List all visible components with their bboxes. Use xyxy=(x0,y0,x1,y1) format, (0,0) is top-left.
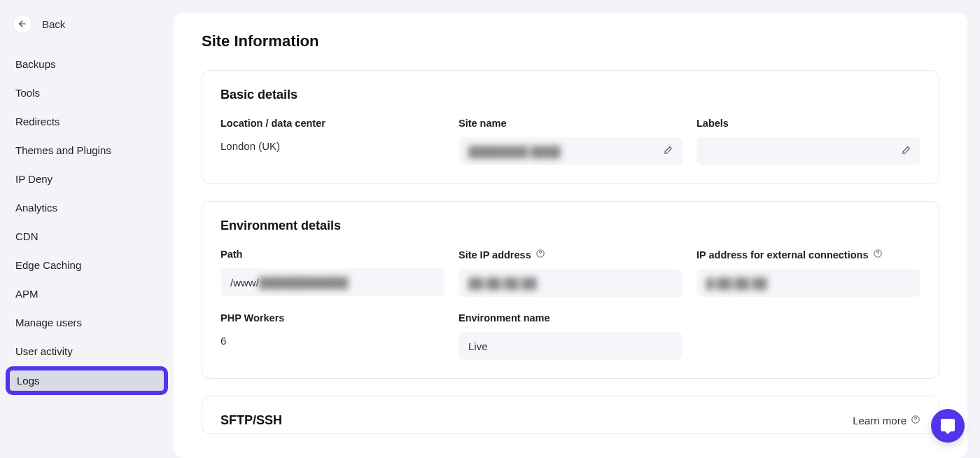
site-name-value: ████████ ████ xyxy=(468,146,561,158)
location-value: London (UK) xyxy=(220,137,444,152)
env-name-label: Environment name xyxy=(458,312,682,324)
sidebar-item-redirects[interactable]: Redirects xyxy=(8,108,165,135)
svg-point-4 xyxy=(877,256,878,256)
sidebar: Back Backups Tools Redirects Themes and … xyxy=(0,0,174,458)
page-title: Site Information xyxy=(202,32,939,50)
sidebar-item-backups[interactable]: Backups xyxy=(8,50,165,78)
env-name-value: Live xyxy=(468,340,488,352)
path-label: Path xyxy=(220,249,444,260)
site-ip-label: Site IP address xyxy=(458,249,682,261)
site-name-input[interactable]: ████████ ████ xyxy=(458,137,682,165)
svg-point-2 xyxy=(540,256,540,256)
pencil-icon[interactable] xyxy=(901,146,911,158)
path-field: Path /www/████████████ xyxy=(220,249,444,297)
ext-ip-value: █.██.██.██ xyxy=(706,277,767,289)
sidebar-item-tools[interactable]: Tools xyxy=(8,79,165,106)
site-ip-value: ██.██.██.██ xyxy=(468,277,537,289)
arrow-left-icon xyxy=(18,19,27,29)
basic-details-card: Basic details Location / data center Lon… xyxy=(202,70,939,184)
learn-more-link[interactable]: Learn more xyxy=(853,415,920,426)
ext-ip-field: IP address for external connections █.██… xyxy=(696,249,920,297)
chat-icon xyxy=(939,417,956,434)
php-workers-value: 6 xyxy=(220,332,444,347)
chat-button[interactable] xyxy=(931,409,965,443)
sftp-ssh-card: SFTP/SSH Learn more xyxy=(202,396,939,434)
environment-details-card: Environment details Path /www/██████████… xyxy=(202,201,939,379)
sftp-ssh-heading: SFTP/SSH xyxy=(220,413,282,428)
main-content: Site Information Basic details Location … xyxy=(174,13,967,458)
back-button[interactable] xyxy=(13,14,32,34)
labels-label: Labels xyxy=(696,118,920,129)
sidebar-item-themes-plugins[interactable]: Themes and Plugins xyxy=(8,137,165,164)
location-field: Location / data center London (UK) xyxy=(220,118,444,165)
labels-field: Labels xyxy=(696,118,920,165)
sidebar-item-cdn[interactable]: CDN xyxy=(8,223,165,250)
back-row: Back xyxy=(6,8,168,50)
site-ip-field: Site IP address ██.██.██.██ xyxy=(458,249,682,297)
labels-input[interactable] xyxy=(696,137,920,165)
help-icon[interactable] xyxy=(536,249,545,261)
ext-ip-value-box[interactable]: █.██.██.██ xyxy=(696,269,920,297)
sidebar-item-logs[interactable]: Logs xyxy=(10,370,164,391)
php-workers-field: PHP Workers 6 xyxy=(220,312,444,360)
environment-details-heading: Environment details xyxy=(220,218,920,233)
nav-list: Backups Tools Redirects Themes and Plugi… xyxy=(6,50,168,395)
pencil-icon[interactable] xyxy=(663,146,673,158)
sidebar-item-manage-users[interactable]: Manage users xyxy=(8,309,165,336)
ext-ip-label: IP address for external connections xyxy=(696,249,920,261)
path-value-box[interactable]: /www/████████████ xyxy=(220,268,444,296)
env-name-value-box[interactable]: Live xyxy=(458,332,682,360)
sidebar-item-edge-caching[interactable]: Edge Caching xyxy=(8,251,165,279)
svg-point-6 xyxy=(916,422,916,422)
path-value: /www/████████████ xyxy=(230,277,348,289)
site-name-label: Site name xyxy=(458,118,682,129)
sidebar-item-analytics[interactable]: Analytics xyxy=(8,194,165,221)
sidebar-item-user-activity[interactable]: User activity xyxy=(8,338,165,365)
location-label: Location / data center xyxy=(220,118,444,129)
back-label[interactable]: Back xyxy=(42,18,65,30)
site-name-field: Site name ████████ ████ xyxy=(458,118,682,165)
help-icon[interactable] xyxy=(873,249,883,261)
help-icon xyxy=(911,415,920,426)
env-name-field: Environment name Live xyxy=(458,312,682,360)
sidebar-item-apm[interactable]: APM xyxy=(8,280,165,307)
php-workers-label: PHP Workers xyxy=(220,312,444,324)
basic-details-heading: Basic details xyxy=(220,88,920,102)
site-ip-value-box[interactable]: ██.██.██.██ xyxy=(458,269,682,297)
sidebar-item-ip-deny[interactable]: IP Deny xyxy=(8,165,165,193)
sidebar-item-logs-highlight: Logs xyxy=(6,366,168,395)
